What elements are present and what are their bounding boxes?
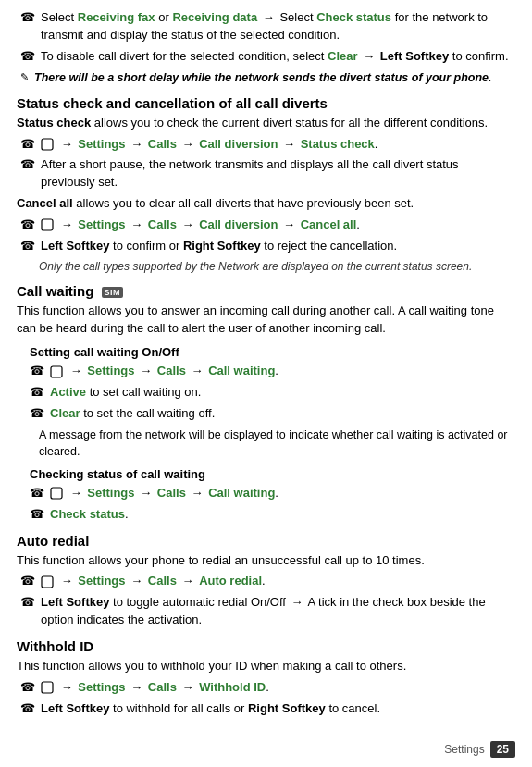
setting-call-waiting-subheading: Setting call waiting On/Off [17, 345, 515, 359]
calls-label-2: Calls [148, 217, 177, 231]
call-waiting-description: This function allows you to answer an in… [17, 303, 515, 338]
cancel-all-description: Cancel all allows you to clear all call … [17, 195, 515, 213]
settings-label-1: Settings [78, 137, 125, 151]
left-softkey-label-1: Left Softkey [380, 49, 449, 63]
calls-label-4: Calls [157, 486, 186, 500]
bullet-receiving-fax-text: Select Receiving fax or Receiving data →… [41, 9, 515, 44]
call-diversion-label-2: Call diversion [199, 217, 278, 231]
right-softkey-label-1: Right Softkey [183, 239, 261, 253]
bullet-phone-icon-8: ☎ [30, 385, 44, 399]
bullet-active-text: Active to set call waiting on. [50, 384, 515, 402]
bullet-phone-icon-2: ☎ [20, 49, 35, 63]
check-status-label-2: Check status [50, 507, 125, 521]
bullet-withhold-id-nav: ☎ → Settings → Calls → Withhold ID. [17, 679, 515, 697]
calls-label-3: Calls [157, 364, 186, 377]
bullet-withhold-left-softkey-text: Left Softkey to withhold for all calls o… [41, 700, 515, 718]
svg-rect-1 [42, 219, 53, 230]
bullet-phone-icon-12: ☎ [20, 574, 35, 588]
menu-icon-6 [41, 681, 54, 694]
bullet-status-check-nav: ☎ → Settings → Calls → Call diversion → … [17, 136, 515, 154]
settings-label-6: Settings [78, 680, 125, 694]
cancel-all-bold: Cancel all [17, 196, 73, 210]
footer-settings-label: Settings [444, 743, 484, 756]
call-diversion-label-1: Call diversion [199, 137, 278, 151]
bullet-phone-icon-9: ☎ [30, 406, 44, 420]
svg-rect-0 [42, 139, 53, 150]
page-content: ☎ Select Receiving fax or Receiving data… [17, 9, 515, 717]
bullet-left-softkey-toggle-text: Left Softkey to toggle automatic redial … [41, 594, 515, 629]
bullet-check-status: ☎ Check status. [17, 506, 515, 524]
bullet-disable-call-divert: ☎ To disable call divert for the selecte… [17, 48, 515, 66]
withhold-id-nav-label: Withhold ID [199, 680, 266, 694]
left-softkey-label-4: Left Softkey [41, 701, 109, 715]
page-footer: Settings 25 [444, 741, 515, 758]
bullet-phone-icon-5: ☎ [20, 217, 35, 231]
clear-label-2: Clear [50, 406, 80, 420]
bullet-check-call-waiting-nav-text: → Settings → Calls → Call waiting. [50, 485, 515, 502]
bullet-phone-icon-11: ☎ [30, 507, 44, 521]
bullet-phone-icon-15: ☎ [20, 701, 35, 715]
active-label: Active [50, 385, 86, 399]
withhold-id-heading: Withhold ID [17, 638, 515, 654]
settings-label-4: Settings [87, 486, 134, 500]
call-waiting-heading: Call waiting SIM [17, 283, 515, 299]
bullet-status-pause: ☎ After a short pause, the network trans… [17, 156, 515, 192]
menu-icon-2 [41, 218, 54, 231]
calls-label-6: Calls [148, 680, 177, 694]
bullet-left-softkey-toggle: ☎ Left Softkey to toggle automatic redia… [17, 594, 515, 629]
bullet-disable-text: To disable call divert for the selected … [41, 48, 515, 66]
bullet-phone-icon-14: ☎ [20, 680, 35, 694]
status-check-heading: Status check and cancellation of all cal… [17, 95, 515, 111]
bullet-left-softkey-cancel-text: Left Softkey to confirm or Right Softkey… [41, 238, 515, 255]
cancel-all-note: Only the call types supported by the Net… [17, 259, 515, 275]
auto-redial-nav-label: Auto redial [199, 574, 262, 588]
bullet-call-waiting-nav: ☎ → Settings → Calls → Call waiting. [17, 363, 515, 380]
svg-rect-2 [51, 366, 62, 377]
bullet-phone-icon-4: ☎ [20, 157, 35, 171]
bullet-phone-icon-10: ☎ [30, 486, 44, 500]
svg-rect-4 [42, 576, 53, 588]
call-waiting-network-note: A message from the network will be displ… [17, 427, 515, 460]
bullet-status-check-nav-text: → Settings → Calls → Call diversion → St… [41, 136, 515, 154]
bullet-auto-redial-nav: ☎ → Settings → Calls → Auto redial. [17, 573, 515, 590]
withhold-id-description: This function allows you to withhold you… [17, 658, 515, 675]
call-waiting-nav-label-2: Call waiting [208, 486, 275, 500]
left-softkey-label-3: Left Softkey [41, 595, 109, 609]
bullet-check-call-waiting-nav: ☎ → Settings → Calls → Call waiting. [17, 485, 515, 502]
receiving-data-label: Receiving data [172, 10, 257, 24]
bullet-cancel-all-nav-text: → Settings → Calls → Call diversion → Ca… [41, 216, 515, 234]
bullet-call-waiting-nav-text: → Settings → Calls → Call waiting. [50, 363, 515, 380]
bullet-status-pause-text: After a short pause, the network transmi… [41, 156, 515, 192]
bullet-phone-icon-1: ☎ [20, 10, 35, 24]
menu-icon-3 [50, 365, 63, 378]
cancel-all-nav-label: Cancel all [301, 217, 357, 231]
bullet-phone-icon-13: ☎ [20, 595, 35, 609]
note-delay: ✎ There will be a short delay while the … [17, 69, 515, 86]
call-waiting-nav-label: Call waiting [208, 364, 275, 377]
status-check-bold: Status check [17, 116, 91, 130]
bullet-check-status-text: Check status. [50, 506, 515, 524]
bullet-clear-text: Clear to set the call waiting off. [50, 405, 515, 423]
right-softkey-label-2: Right Softkey [248, 701, 326, 715]
bullet-auto-redial-nav-text: → Settings → Calls → Auto redial. [41, 573, 515, 590]
footer-page-number: 25 [490, 741, 515, 758]
bullet-phone-icon-3: ☎ [20, 137, 35, 151]
status-check-nav-label: Status check [301, 137, 375, 151]
settings-label-3: Settings [87, 364, 134, 377]
check-status-label-1: Check status [316, 10, 391, 24]
bullet-cancel-all-nav: ☎ → Settings → Calls → Call diversion → … [17, 216, 515, 234]
clear-label-1: Clear [328, 49, 358, 63]
svg-rect-3 [51, 488, 62, 499]
calls-label-1: Calls [148, 137, 177, 151]
svg-rect-5 [42, 682, 53, 693]
auto-redial-heading: Auto redial [17, 533, 515, 549]
bullet-withhold-id-nav-text: → Settings → Calls → Withhold ID. [41, 679, 515, 697]
note-delay-text: There will be a short delay while the ne… [34, 69, 515, 86]
status-check-description: Status check allows you to check the cur… [17, 115, 515, 132]
menu-icon-1 [41, 138, 54, 151]
left-softkey-label-2: Left Softkey [41, 239, 109, 253]
bullet-phone-icon-6: ☎ [20, 239, 35, 253]
menu-icon-5 [41, 575, 54, 588]
bullet-left-softkey-cancel: ☎ Left Softkey to confirm or Right Softk… [17, 238, 515, 255]
bullet-receiving-fax: ☎ Select Receiving fax or Receiving data… [17, 9, 515, 44]
